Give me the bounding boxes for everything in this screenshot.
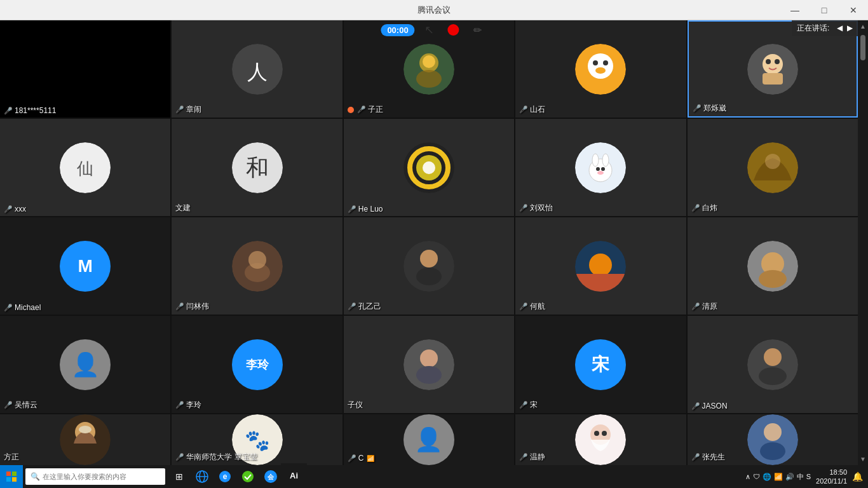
svg-point-5 xyxy=(416,70,442,88)
participant-avatar xyxy=(747,339,798,390)
svg-point-11 xyxy=(595,67,606,74)
svg-point-38 xyxy=(420,250,438,268)
participant-cell[interactable]: 🎤 He Luo xyxy=(344,119,514,216)
scroll-up-arrow[interactable]: ▲ xyxy=(857,20,868,32)
svg-text:会: 会 xyxy=(267,473,275,480)
start-button[interactable] xyxy=(0,465,23,488)
mic-icon: 🎤 xyxy=(348,454,356,463)
maximize-button[interactable]: □ xyxy=(810,0,839,20)
participant-cell[interactable]: 李玲 🎤 李玲 xyxy=(172,316,342,413)
participant-cell[interactable]: 🎤 张先生 xyxy=(688,414,858,465)
participant-avatar xyxy=(747,241,798,292)
participant-name: 🎤 张先生 xyxy=(691,452,725,463)
participant-avatar: 李玲 xyxy=(232,339,283,390)
search-input[interactable] xyxy=(43,473,160,480)
clock-date: 2020/11/1 xyxy=(816,477,847,485)
participant-cell[interactable]: M 🎤 Michael xyxy=(0,217,170,315)
participant-name: 🎤 李玲 xyxy=(175,400,201,410)
svg-point-30 xyxy=(601,167,605,171)
svg-rect-67 xyxy=(12,471,17,476)
mic-icon: 🎤 xyxy=(691,453,700,461)
participant-cell[interactable]: 子仪 xyxy=(344,316,514,413)
participant-cell[interactable]: 🎤 孔乙己 xyxy=(344,217,514,315)
participant-cell[interactable]: 🎤 温静 xyxy=(515,414,686,465)
close-button[interactable]: ✕ xyxy=(839,0,868,20)
scroll-thumb[interactable] xyxy=(860,35,865,60)
chevron-icon[interactable]: ∧ xyxy=(745,473,750,481)
svg-point-50 xyxy=(416,366,442,384)
notification-icon[interactable]: 🔔 xyxy=(852,471,863,482)
participant-name: 🎤 华南师范大学 覃宝莹 xyxy=(175,452,257,463)
participant-name: 🎤 xxx xyxy=(4,205,26,214)
tray-icons: ∧ 🛡 🌐 📶 🔊 中 S xyxy=(745,472,811,482)
participant-name: 🎤 Michael xyxy=(4,303,41,312)
browser-icon[interactable] xyxy=(191,465,214,488)
volume-icon[interactable]: 🔊 xyxy=(785,473,794,481)
scroll-down-arrow[interactable]: ▼ xyxy=(857,453,868,465)
participant-cell[interactable]: 🎤 山石 xyxy=(515,20,686,118)
pen-tool-button[interactable]: ✏ xyxy=(468,20,487,39)
participant-cell[interactable]: 👤 🎤 C 📶 xyxy=(344,414,514,465)
svg-point-65 xyxy=(760,442,785,460)
svg-point-6 xyxy=(423,55,435,68)
participant-cell[interactable]: 🎤 白炜 xyxy=(688,119,858,216)
svg-rect-14 xyxy=(763,73,783,85)
search-bar[interactable]: 🔍 xyxy=(25,468,165,485)
mic-icon: 🎤 xyxy=(175,401,184,409)
task-view-button[interactable]: ⊞ xyxy=(168,465,191,488)
browser-tray-icon: 🌐 xyxy=(763,473,771,481)
svg-point-47 xyxy=(759,270,787,288)
participant-cell[interactable]: 🎤 刘双怡 xyxy=(515,119,686,216)
participant-cell[interactable]: 🎤 何航 xyxy=(515,217,686,315)
participant-name: 子仪 xyxy=(348,400,363,410)
svg-point-64 xyxy=(764,423,782,441)
ai-label: Ai xyxy=(290,471,298,480)
svg-text:仙: 仙 xyxy=(77,159,93,178)
participant-cell[interactable]: 和 文建 xyxy=(172,119,342,216)
svg-point-52 xyxy=(764,348,782,366)
video-grid: 🎤 181****5111 人 🎤 章闹 🎤 xyxy=(0,20,858,465)
participant-cell[interactable]: 仙 🎤 xxx xyxy=(0,119,170,216)
participant-cell[interactable]: 方正 xyxy=(0,414,170,465)
green-app-icon[interactable] xyxy=(236,465,259,488)
svg-point-56 xyxy=(79,426,92,433)
participant-cell[interactable]: 宋 🎤 宋 xyxy=(515,316,686,413)
record-button[interactable] xyxy=(444,20,463,39)
svg-rect-68 xyxy=(6,477,11,482)
tencent-meeting-icon[interactable]: 会 xyxy=(259,465,282,488)
participant-name: 🎤 C 📶 xyxy=(348,454,375,463)
ime-icon: S xyxy=(806,473,811,480)
scrollbar[interactable]: ▲ ▼ xyxy=(858,20,868,465)
participant-avatar xyxy=(747,44,798,95)
mic-icon: 🎤 xyxy=(519,401,528,409)
svg-point-15 xyxy=(766,59,771,64)
nav-left[interactable]: ◀ xyxy=(837,24,843,32)
participant-avatar: 👤 xyxy=(60,339,111,390)
network-icon: 📶 xyxy=(774,473,783,481)
minimize-button[interactable]: — xyxy=(780,0,810,20)
clock: 18:50 2020/11/1 xyxy=(816,468,847,486)
participant-name: 🎤 闫林伟 xyxy=(175,301,209,312)
participant-name: 🎤 章闹 xyxy=(175,104,201,115)
mic-icon: 🎤 xyxy=(519,204,528,212)
svg-point-0 xyxy=(448,24,459,36)
cursor-tool-button[interactable]: ↖ xyxy=(420,20,439,39)
participant-cell[interactable]: 🎤 闫林伟 xyxy=(172,217,342,315)
participant-avatar xyxy=(575,414,626,465)
participant-cell[interactable]: 🎤 181****5111 xyxy=(0,20,170,118)
participant-name: 🎤 JASON xyxy=(691,402,728,410)
nav-right[interactable]: ▶ xyxy=(847,24,853,32)
edge-icon[interactable]: e xyxy=(214,465,236,488)
svg-point-49 xyxy=(420,349,438,367)
svg-text:e: e xyxy=(223,472,227,481)
participant-cell[interactable]: 🐾 🎤 华南师范大学 覃宝莹 xyxy=(172,414,342,465)
participant-cell[interactable]: 👤 🎤 吴情云 xyxy=(0,316,170,413)
participant-cell[interactable]: 🎤 清原 xyxy=(688,217,858,315)
participant-cell[interactable]: 人 🎤 章闹 xyxy=(172,20,342,118)
participant-avatar xyxy=(575,142,626,193)
svg-point-31 xyxy=(597,171,604,175)
ai-button[interactable]: Ai xyxy=(281,463,307,488)
participant-avatar xyxy=(403,339,454,390)
participant-cell[interactable]: 🎤 JASON xyxy=(688,316,858,413)
participant-avatar: M xyxy=(60,241,111,292)
